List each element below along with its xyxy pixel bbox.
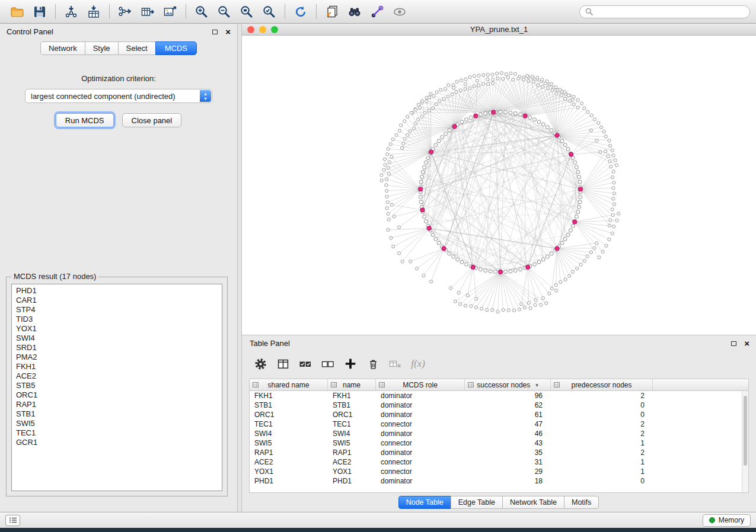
network-node[interactable] — [586, 255, 589, 258]
network-node[interactable] — [419, 196, 422, 199]
cell-shared-name[interactable]: ORC1 — [250, 410, 328, 419]
cell-mcds-role[interactable]: dominator — [376, 429, 465, 438]
column-header-successor-nodes[interactable]: successor nodes▾ — [465, 379, 551, 390]
network-node[interactable] — [576, 98, 579, 101]
network-node[interactable] — [466, 294, 469, 297]
network-node[interactable] — [576, 267, 579, 270]
network-node[interactable] — [429, 280, 432, 283]
network-node[interactable] — [531, 75, 534, 78]
network-node[interactable] — [480, 307, 483, 310]
network-node[interactable] — [387, 172, 390, 175]
network-node[interactable] — [468, 86, 471, 89]
table-row[interactable]: PHD1PHD1dominator180 — [250, 476, 748, 486]
network-node[interactable] — [393, 215, 395, 218]
cell-mcds-role[interactable]: connector — [376, 457, 465, 467]
network-edge[interactable] — [513, 80, 525, 116]
cell-successor-nodes[interactable]: 31 — [465, 457, 551, 467]
network-node[interactable] — [423, 215, 426, 219]
network-node[interactable] — [604, 135, 607, 138]
tab-network-table[interactable]: Network Table — [502, 496, 564, 509]
network-node[interactable] — [454, 300, 457, 303]
network-node[interactable] — [449, 287, 452, 290]
select-all-button[interactable] — [296, 355, 314, 372]
network-node[interactable] — [595, 139, 598, 142]
network-node[interactable] — [571, 225, 575, 228]
cell-predecessor-nodes[interactable]: 2 — [551, 448, 653, 457]
cell-name[interactable]: RAP1 — [328, 448, 376, 457]
network-node[interactable] — [610, 165, 613, 168]
network-node[interactable] — [548, 292, 551, 295]
network-node[interactable] — [537, 120, 541, 124]
network-node[interactable] — [507, 309, 510, 312]
network-node[interactable] — [395, 133, 398, 136]
network-edge[interactable] — [575, 222, 599, 258]
table-row[interactable]: SWI5SWI5connector431 — [250, 438, 748, 448]
network-node[interactable] — [452, 86, 455, 89]
network-edge[interactable] — [557, 249, 561, 283]
network-node[interactable] — [529, 307, 532, 310]
network-node[interactable] — [609, 219, 612, 222]
network-node[interactable] — [554, 86, 557, 89]
network-node[interactable] — [390, 155, 393, 158]
network-node[interactable] — [504, 270, 508, 274]
network-edge[interactable] — [459, 267, 473, 293]
network-node[interactable] — [442, 97, 445, 100]
network-hub-node[interactable] — [452, 124, 457, 129]
network-node[interactable] — [604, 150, 607, 153]
network-edge[interactable] — [575, 222, 602, 252]
network-node[interactable] — [532, 81, 535, 84]
network-node[interactable] — [546, 80, 548, 83]
duplicate-network-button[interactable] — [321, 3, 343, 21]
mcds-result-item[interactable]: ACE2 — [12, 371, 222, 381]
mcds-result-item[interactable]: RAP1 — [12, 400, 222, 409]
network-hub-node[interactable] — [555, 133, 559, 137]
network-node[interactable] — [513, 72, 516, 75]
network-node[interactable] — [545, 302, 548, 305]
cell-mcds-role[interactable]: dominator — [376, 391, 465, 400]
network-edge[interactable] — [403, 228, 429, 261]
network-node[interactable] — [397, 252, 400, 255]
network-node[interactable] — [559, 281, 562, 284]
network-node[interactable] — [523, 306, 526, 309]
network-node[interactable] — [420, 175, 423, 179]
network-node[interactable] — [448, 129, 451, 132]
cell-name[interactable]: FKH1 — [328, 391, 376, 400]
network-node[interactable] — [409, 130, 412, 133]
network-edge[interactable] — [525, 116, 568, 149]
network-node[interactable] — [447, 84, 450, 86]
cell-name[interactable]: TEC1 — [328, 419, 376, 429]
cell-shared-name[interactable]: YOX1 — [250, 467, 328, 476]
network-node[interactable] — [494, 270, 497, 274]
zoom-fit-button[interactable] — [235, 3, 258, 21]
cell-predecessor-nodes[interactable]: 1 — [551, 467, 653, 476]
network-node[interactable] — [586, 110, 589, 113]
network-node[interactable] — [534, 299, 537, 302]
tab-style[interactable]: Style — [85, 41, 119, 55]
network-edge[interactable] — [557, 248, 595, 249]
mcds-result-list[interactable]: PHD1CAR1STP4TID3YOX1SWI4SRD1PMA2FKH1ACE2… — [11, 284, 222, 491]
network-node[interactable] — [571, 270, 574, 273]
network-node[interactable] — [500, 72, 503, 75]
network-node[interactable] — [485, 309, 488, 312]
network-node[interactable] — [612, 154, 615, 157]
table-scrollbar[interactable] — [742, 391, 748, 492]
network-node[interactable] — [420, 115, 423, 118]
network-node[interactable] — [612, 170, 615, 173]
network-node[interactable] — [425, 161, 428, 164]
network-node[interactable] — [387, 228, 390, 231]
network-node[interactable] — [605, 244, 608, 247]
network-node[interactable] — [598, 256, 601, 259]
network-node[interactable] — [579, 196, 582, 199]
network-node[interactable] — [390, 203, 393, 206]
network-node[interactable] — [441, 136, 444, 139]
network-node[interactable] — [576, 170, 580, 174]
mcds-result-item[interactable]: PHD1 — [12, 286, 222, 296]
network-edge[interactable] — [481, 272, 500, 309]
network-node[interactable] — [416, 267, 419, 270]
network-node[interactable] — [615, 164, 618, 166]
network-node[interactable] — [387, 148, 390, 150]
network-node[interactable] — [455, 80, 458, 83]
network-node[interactable] — [518, 308, 521, 311]
network-node[interactable] — [613, 225, 615, 228]
cell-successor-nodes[interactable]: 96 — [465, 391, 551, 400]
